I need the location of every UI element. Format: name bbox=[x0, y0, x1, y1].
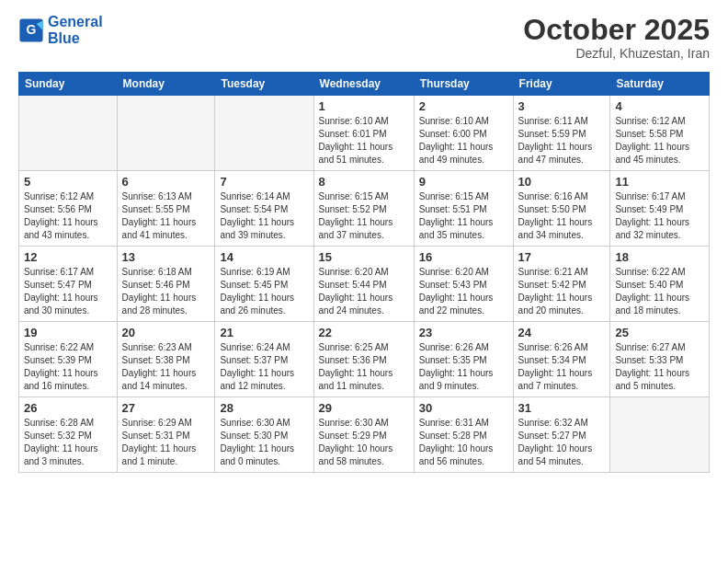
calendar-cell: 19Sunrise: 6:22 AM Sunset: 5:39 PM Dayli… bbox=[19, 322, 118, 397]
day-info: Sunrise: 6:20 AM Sunset: 5:43 PM Dayligh… bbox=[419, 266, 508, 317]
day-number: 18 bbox=[615, 250, 704, 264]
calendar-cell: 31Sunrise: 6:32 AM Sunset: 5:27 PM Dayli… bbox=[513, 397, 610, 473]
day-info: Sunrise: 6:10 AM Sunset: 6:01 PM Dayligh… bbox=[319, 115, 409, 167]
logo-text-blue: Blue bbox=[48, 30, 103, 47]
day-number: 14 bbox=[220, 250, 308, 264]
day-number: 30 bbox=[419, 401, 508, 415]
day-info: Sunrise: 6:12 AM Sunset: 5:56 PM Dayligh… bbox=[24, 190, 112, 242]
day-info: Sunrise: 6:11 AM Sunset: 5:59 PM Dayligh… bbox=[518, 115, 606, 167]
day-number: 13 bbox=[122, 250, 210, 264]
day-info: Sunrise: 6:26 AM Sunset: 5:34 PM Dayligh… bbox=[518, 341, 606, 393]
day-info: Sunrise: 6:22 AM Sunset: 5:40 PM Dayligh… bbox=[615, 266, 704, 317]
calendar-cell bbox=[117, 96, 215, 171]
calendar-cell: 10Sunrise: 6:16 AM Sunset: 5:50 PM Dayli… bbox=[513, 171, 610, 247]
day-info: Sunrise: 6:17 AM Sunset: 5:49 PM Dayligh… bbox=[615, 190, 704, 242]
logo: G General Blue bbox=[18, 14, 103, 46]
day-info: Sunrise: 6:27 AM Sunset: 5:33 PM Dayligh… bbox=[615, 341, 704, 393]
header-friday: Friday bbox=[513, 73, 610, 96]
day-number: 28 bbox=[220, 401, 308, 415]
title-block: October 2025 Dezful, Khuzestan, Iran bbox=[523, 14, 710, 61]
day-info: Sunrise: 6:15 AM Sunset: 5:52 PM Dayligh… bbox=[319, 190, 409, 242]
calendar-cell: 25Sunrise: 6:27 AM Sunset: 5:33 PM Dayli… bbox=[610, 322, 710, 397]
logo-text-general: General bbox=[48, 14, 103, 30]
header: G General Blue October 2025 Dezful, Khuz… bbox=[18, 14, 710, 61]
day-number: 29 bbox=[319, 401, 409, 415]
calendar-cell: 18Sunrise: 6:22 AM Sunset: 5:40 PM Dayli… bbox=[610, 247, 710, 322]
day-info: Sunrise: 6:30 AM Sunset: 5:29 PM Dayligh… bbox=[319, 417, 409, 468]
day-info: Sunrise: 6:20 AM Sunset: 5:44 PM Dayligh… bbox=[319, 266, 409, 317]
day-number: 6 bbox=[122, 175, 210, 189]
day-info: Sunrise: 6:26 AM Sunset: 5:35 PM Dayligh… bbox=[419, 341, 508, 393]
location: Dezful, Khuzestan, Iran bbox=[523, 46, 710, 61]
calendar-cell: 23Sunrise: 6:26 AM Sunset: 5:35 PM Dayli… bbox=[414, 322, 513, 397]
calendar-cell bbox=[19, 96, 118, 171]
calendar-week-row: 12Sunrise: 6:17 AM Sunset: 5:47 PM Dayli… bbox=[19, 247, 710, 322]
calendar-cell: 14Sunrise: 6:19 AM Sunset: 5:45 PM Dayli… bbox=[215, 247, 313, 322]
day-info: Sunrise: 6:17 AM Sunset: 5:47 PM Dayligh… bbox=[24, 266, 112, 317]
day-number: 26 bbox=[24, 401, 112, 415]
calendar-cell: 20Sunrise: 6:23 AM Sunset: 5:38 PM Dayli… bbox=[117, 322, 215, 397]
day-info: Sunrise: 6:29 AM Sunset: 5:31 PM Dayligh… bbox=[122, 417, 210, 468]
header-saturday: Saturday bbox=[610, 73, 710, 96]
day-info: Sunrise: 6:22 AM Sunset: 5:39 PM Dayligh… bbox=[24, 341, 112, 393]
day-number: 5 bbox=[24, 175, 112, 189]
calendar-cell: 12Sunrise: 6:17 AM Sunset: 5:47 PM Dayli… bbox=[19, 247, 118, 322]
day-info: Sunrise: 6:21 AM Sunset: 5:42 PM Dayligh… bbox=[518, 266, 606, 317]
calendar-week-row: 5Sunrise: 6:12 AM Sunset: 5:56 PM Daylig… bbox=[19, 171, 710, 247]
calendar-cell: 24Sunrise: 6:26 AM Sunset: 5:34 PM Dayli… bbox=[513, 322, 610, 397]
day-number: 16 bbox=[419, 250, 508, 264]
calendar-cell: 5Sunrise: 6:12 AM Sunset: 5:56 PM Daylig… bbox=[19, 171, 118, 247]
calendar-cell: 1Sunrise: 6:10 AM Sunset: 6:01 PM Daylig… bbox=[313, 96, 414, 171]
calendar-table: Sunday Monday Tuesday Wednesday Thursday… bbox=[18, 72, 710, 473]
day-number: 23 bbox=[419, 326, 508, 339]
day-number: 22 bbox=[319, 326, 409, 339]
day-number: 24 bbox=[518, 326, 606, 339]
day-info: Sunrise: 6:24 AM Sunset: 5:37 PM Dayligh… bbox=[220, 341, 308, 393]
calendar-week-row: 1Sunrise: 6:10 AM Sunset: 6:01 PM Daylig… bbox=[19, 96, 710, 171]
day-number: 9 bbox=[419, 175, 508, 189]
day-number: 21 bbox=[220, 326, 308, 339]
day-number: 8 bbox=[319, 175, 409, 189]
weekday-header-row: Sunday Monday Tuesday Wednesday Thursday… bbox=[19, 73, 710, 96]
day-number: 2 bbox=[419, 99, 508, 113]
day-info: Sunrise: 6:16 AM Sunset: 5:50 PM Dayligh… bbox=[518, 190, 606, 242]
calendar-cell: 15Sunrise: 6:20 AM Sunset: 5:44 PM Dayli… bbox=[313, 247, 414, 322]
day-number: 27 bbox=[122, 401, 210, 415]
header-thursday: Thursday bbox=[414, 73, 513, 96]
calendar-cell: 6Sunrise: 6:13 AM Sunset: 5:55 PM Daylig… bbox=[117, 171, 215, 247]
header-monday: Monday bbox=[117, 73, 215, 96]
calendar-week-row: 19Sunrise: 6:22 AM Sunset: 5:39 PM Dayli… bbox=[19, 322, 710, 397]
day-info: Sunrise: 6:25 AM Sunset: 5:36 PM Dayligh… bbox=[319, 341, 409, 393]
calendar-cell: 4Sunrise: 6:12 AM Sunset: 5:58 PM Daylig… bbox=[610, 96, 710, 171]
month-title: October 2025 bbox=[523, 14, 710, 46]
calendar-cell: 30Sunrise: 6:31 AM Sunset: 5:28 PM Dayli… bbox=[414, 397, 513, 473]
day-info: Sunrise: 6:19 AM Sunset: 5:45 PM Dayligh… bbox=[220, 266, 308, 317]
day-info: Sunrise: 6:13 AM Sunset: 5:55 PM Dayligh… bbox=[122, 190, 210, 242]
calendar-cell: 7Sunrise: 6:14 AM Sunset: 5:54 PM Daylig… bbox=[215, 171, 313, 247]
calendar-cell bbox=[610, 397, 710, 473]
calendar-page: G General Blue October 2025 Dezful, Khuz… bbox=[0, 0, 728, 563]
calendar-cell: 16Sunrise: 6:20 AM Sunset: 5:43 PM Dayli… bbox=[414, 247, 513, 322]
calendar-cell: 3Sunrise: 6:11 AM Sunset: 5:59 PM Daylig… bbox=[513, 96, 610, 171]
day-info: Sunrise: 6:18 AM Sunset: 5:46 PM Dayligh… bbox=[122, 266, 210, 317]
day-number: 10 bbox=[518, 175, 606, 189]
day-info: Sunrise: 6:10 AM Sunset: 6:00 PM Dayligh… bbox=[419, 115, 508, 167]
logo-icon: G bbox=[18, 17, 44, 43]
day-info: Sunrise: 6:32 AM Sunset: 5:27 PM Dayligh… bbox=[518, 417, 606, 468]
day-info: Sunrise: 6:12 AM Sunset: 5:58 PM Dayligh… bbox=[615, 115, 704, 167]
calendar-week-row: 26Sunrise: 6:28 AM Sunset: 5:32 PM Dayli… bbox=[19, 397, 710, 473]
calendar-cell: 27Sunrise: 6:29 AM Sunset: 5:31 PM Dayli… bbox=[117, 397, 215, 473]
calendar-cell: 26Sunrise: 6:28 AM Sunset: 5:32 PM Dayli… bbox=[19, 397, 118, 473]
day-number: 4 bbox=[615, 99, 704, 113]
day-info: Sunrise: 6:14 AM Sunset: 5:54 PM Dayligh… bbox=[220, 190, 308, 242]
calendar-cell: 8Sunrise: 6:15 AM Sunset: 5:52 PM Daylig… bbox=[313, 171, 414, 247]
calendar-cell: 17Sunrise: 6:21 AM Sunset: 5:42 PM Dayli… bbox=[513, 247, 610, 322]
calendar-cell: 29Sunrise: 6:30 AM Sunset: 5:29 PM Dayli… bbox=[313, 397, 414, 473]
calendar-cell: 9Sunrise: 6:15 AM Sunset: 5:51 PM Daylig… bbox=[414, 171, 513, 247]
calendar-cell: 21Sunrise: 6:24 AM Sunset: 5:37 PM Dayli… bbox=[215, 322, 313, 397]
day-number: 31 bbox=[518, 401, 606, 415]
day-info: Sunrise: 6:23 AM Sunset: 5:38 PM Dayligh… bbox=[122, 341, 210, 393]
calendar-cell bbox=[215, 96, 313, 171]
header-wednesday: Wednesday bbox=[313, 73, 414, 96]
day-number: 17 bbox=[518, 250, 606, 264]
